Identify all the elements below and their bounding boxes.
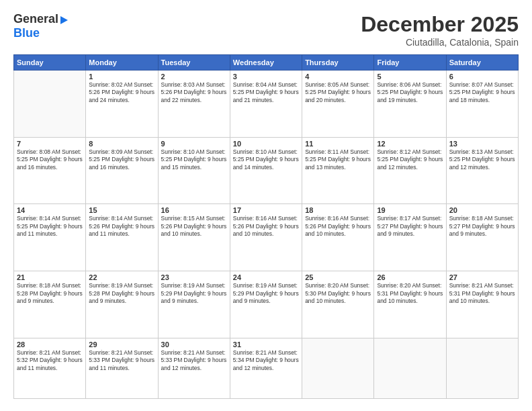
day-info: Sunrise: 8:08 AM Sunset: 5:25 PM Dayligh… [17, 148, 83, 171]
logo-general: General [13, 12, 58, 26]
day-info: Sunrise: 8:16 AM Sunset: 5:26 PM Dayligh… [305, 215, 371, 238]
calendar-cell: 29Sunrise: 8:21 AM Sunset: 5:33 PM Dayli… [86, 338, 158, 398]
calendar-cell: 10Sunrise: 8:10 AM Sunset: 5:25 PM Dayli… [230, 137, 302, 204]
day-info: Sunrise: 8:09 AM Sunset: 5:25 PM Dayligh… [89, 148, 154, 171]
logo-arrow-icon [60, 16, 68, 24]
calendar-cell: 21Sunrise: 8:18 AM Sunset: 5:28 PM Dayli… [14, 271, 86, 338]
calendar-cell: 13Sunrise: 8:13 AM Sunset: 5:25 PM Dayli… [446, 137, 518, 204]
day-info: Sunrise: 8:13 AM Sunset: 5:25 PM Dayligh… [449, 148, 515, 171]
calendar-cell: 31Sunrise: 8:21 AM Sunset: 5:34 PM Dayli… [230, 338, 302, 398]
day-info: Sunrise: 8:06 AM Sunset: 5:25 PM Dayligh… [377, 81, 443, 104]
day-info: Sunrise: 8:15 AM Sunset: 5:26 PM Dayligh… [161, 215, 227, 238]
day-number: 19 [377, 206, 443, 214]
day-number: 10 [233, 140, 299, 148]
day-number: 17 [233, 206, 299, 214]
day-info: Sunrise: 8:04 AM Sunset: 5:25 PM Dayligh… [233, 81, 299, 104]
day-number: 26 [377, 273, 443, 281]
day-number: 24 [233, 273, 299, 281]
calendar-cell [302, 338, 374, 398]
day-number: 5 [377, 73, 443, 81]
day-info: Sunrise: 8:19 AM Sunset: 5:28 PM Dayligh… [89, 282, 154, 305]
calendar-table: SundayMondayTuesdayWednesdayThursdayFrid… [13, 54, 519, 399]
day-info: Sunrise: 8:16 AM Sunset: 5:26 PM Dayligh… [233, 215, 299, 238]
day-number: 16 [161, 206, 227, 214]
calendar-cell: 23Sunrise: 8:19 AM Sunset: 5:29 PM Dayli… [158, 271, 230, 338]
day-info: Sunrise: 8:21 AM Sunset: 5:31 PM Dayligh… [449, 282, 515, 305]
day-info: Sunrise: 8:02 AM Sunset: 5:26 PM Dayligh… [89, 81, 154, 104]
day-number: 28 [17, 340, 83, 349]
day-number: 3 [233, 73, 299, 81]
calendar-cell: 11Sunrise: 8:11 AM Sunset: 5:25 PM Dayli… [302, 137, 374, 204]
week-row-5: 28Sunrise: 8:21 AM Sunset: 5:32 PM Dayli… [14, 338, 519, 398]
calendar-cell: 18Sunrise: 8:16 AM Sunset: 5:26 PM Dayli… [302, 204, 374, 271]
header: General Blue December 2025 Ciutadilla, C… [13, 12, 519, 48]
day-number: 25 [305, 273, 371, 281]
week-row-3: 14Sunrise: 8:14 AM Sunset: 5:25 PM Dayli… [14, 204, 519, 271]
calendar-cell: 12Sunrise: 8:12 AM Sunset: 5:25 PM Dayli… [374, 137, 446, 204]
logo: General Blue [13, 12, 68, 40]
day-info: Sunrise: 8:03 AM Sunset: 5:26 PM Dayligh… [161, 81, 227, 104]
day-info: Sunrise: 8:14 AM Sunset: 5:26 PM Dayligh… [89, 215, 154, 238]
day-number: 2 [161, 73, 227, 81]
weekday-header-row: SundayMondayTuesdayWednesdayThursdayFrid… [14, 55, 519, 71]
week-row-2: 7Sunrise: 8:08 AM Sunset: 5:25 PM Daylig… [14, 137, 519, 204]
day-number: 22 [89, 273, 154, 281]
day-number: 7 [17, 140, 83, 148]
calendar-cell: 8Sunrise: 8:09 AM Sunset: 5:25 PM Daylig… [86, 137, 158, 204]
calendar-cell: 4Sunrise: 8:05 AM Sunset: 5:25 PM Daylig… [302, 71, 374, 138]
calendar-cell: 16Sunrise: 8:15 AM Sunset: 5:26 PM Dayli… [158, 204, 230, 271]
week-row-4: 21Sunrise: 8:18 AM Sunset: 5:28 PM Dayli… [14, 271, 519, 338]
day-number: 11 [305, 140, 371, 148]
day-number: 14 [17, 206, 83, 214]
logo-blue: Blue [13, 26, 40, 40]
calendar-body: 1Sunrise: 8:02 AM Sunset: 5:26 PM Daylig… [14, 71, 519, 399]
calendar-cell: 25Sunrise: 8:20 AM Sunset: 5:30 PM Dayli… [302, 271, 374, 338]
day-info: Sunrise: 8:14 AM Sunset: 5:25 PM Dayligh… [17, 215, 83, 238]
day-info: Sunrise: 8:19 AM Sunset: 5:29 PM Dayligh… [161, 282, 227, 305]
day-number: 18 [305, 206, 371, 214]
day-info: Sunrise: 8:17 AM Sunset: 5:27 PM Dayligh… [377, 215, 443, 238]
weekday-header-friday: Friday [374, 55, 446, 71]
week-row-1: 1Sunrise: 8:02 AM Sunset: 5:26 PM Daylig… [14, 71, 519, 138]
day-info: Sunrise: 8:10 AM Sunset: 5:25 PM Dayligh… [233, 148, 299, 171]
day-number: 31 [233, 340, 299, 349]
day-info: Sunrise: 8:21 AM Sunset: 5:34 PM Dayligh… [233, 349, 299, 372]
day-number: 4 [305, 73, 371, 81]
day-info: Sunrise: 8:18 AM Sunset: 5:27 PM Dayligh… [449, 215, 515, 238]
calendar-cell [374, 338, 446, 398]
day-info: Sunrise: 8:12 AM Sunset: 5:25 PM Dayligh… [377, 148, 443, 171]
calendar-cell: 14Sunrise: 8:14 AM Sunset: 5:25 PM Dayli… [14, 204, 86, 271]
title-area: December 2025 Ciutadilla, Catalonia, Spa… [361, 12, 519, 48]
calendar-cell: 19Sunrise: 8:17 AM Sunset: 5:27 PM Dayli… [374, 204, 446, 271]
day-number: 20 [449, 206, 515, 214]
calendar-cell: 20Sunrise: 8:18 AM Sunset: 5:27 PM Dayli… [446, 204, 518, 271]
day-info: Sunrise: 8:10 AM Sunset: 5:25 PM Dayligh… [161, 148, 227, 171]
calendar-cell: 9Sunrise: 8:10 AM Sunset: 5:25 PM Daylig… [158, 137, 230, 204]
calendar-cell: 5Sunrise: 8:06 AM Sunset: 5:25 PM Daylig… [374, 71, 446, 138]
day-info: Sunrise: 8:11 AM Sunset: 5:25 PM Dayligh… [305, 148, 371, 171]
calendar-cell: 27Sunrise: 8:21 AM Sunset: 5:31 PM Dayli… [446, 271, 518, 338]
day-number: 15 [89, 206, 154, 214]
calendar-cell [446, 338, 518, 398]
main-title: December 2025 [361, 12, 519, 37]
day-info: Sunrise: 8:20 AM Sunset: 5:31 PM Dayligh… [377, 282, 443, 305]
day-info: Sunrise: 8:21 AM Sunset: 5:32 PM Dayligh… [17, 349, 83, 372]
weekday-header-thursday: Thursday [302, 55, 374, 71]
day-info: Sunrise: 8:21 AM Sunset: 5:33 PM Dayligh… [89, 349, 154, 372]
calendar-cell: 15Sunrise: 8:14 AM Sunset: 5:26 PM Dayli… [86, 204, 158, 271]
calendar-cell: 1Sunrise: 8:02 AM Sunset: 5:26 PM Daylig… [86, 71, 158, 138]
calendar-cell: 22Sunrise: 8:19 AM Sunset: 5:28 PM Dayli… [86, 271, 158, 338]
calendar-cell: 3Sunrise: 8:04 AM Sunset: 5:25 PM Daylig… [230, 71, 302, 138]
day-info: Sunrise: 8:20 AM Sunset: 5:30 PM Dayligh… [305, 282, 371, 305]
weekday-header-sunday: Sunday [14, 55, 86, 71]
day-info: Sunrise: 8:18 AM Sunset: 5:28 PM Dayligh… [17, 282, 83, 305]
subtitle: Ciutadilla, Catalonia, Spain [361, 37, 519, 48]
day-number: 6 [449, 73, 515, 81]
day-info: Sunrise: 8:21 AM Sunset: 5:33 PM Dayligh… [161, 349, 227, 372]
calendar-cell: 30Sunrise: 8:21 AM Sunset: 5:33 PM Dayli… [158, 338, 230, 398]
day-info: Sunrise: 8:05 AM Sunset: 5:25 PM Dayligh… [305, 81, 371, 104]
calendar-cell: 24Sunrise: 8:19 AM Sunset: 5:29 PM Dayli… [230, 271, 302, 338]
calendar-cell: 2Sunrise: 8:03 AM Sunset: 5:26 PM Daylig… [158, 71, 230, 138]
day-info: Sunrise: 8:19 AM Sunset: 5:29 PM Dayligh… [233, 282, 299, 305]
day-number: 1 [89, 73, 154, 81]
